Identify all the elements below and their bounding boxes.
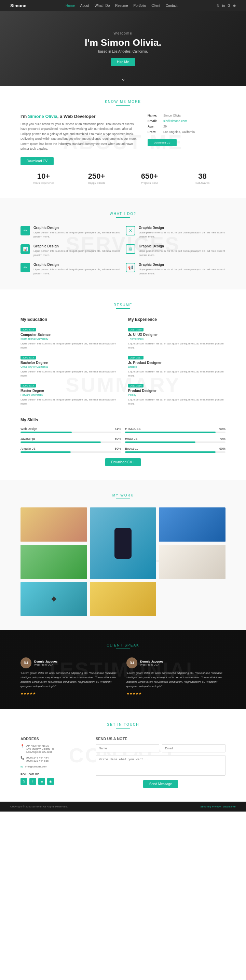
contact-phones: 📞 (000) 244 444 444 (000) 333 444 555: [21, 756, 86, 762]
about-text: I help you build brand for your business…: [21, 122, 137, 151]
scroll-down-icon[interactable]: ⌄: [121, 75, 125, 82]
form-submit-wrap: Send Message: [96, 780, 225, 788]
contact-info-col: ADDRESS 📍 AP No2 Plot No.22 146 Murphy C…: [21, 737, 86, 788]
contact-address: 📍 AP No2 Plot No.22 146 Murphy Colony Rd…: [21, 744, 86, 754]
about-info-name: Name: Simon Olivia: [148, 114, 225, 117]
facebook-social-icon[interactable]: f: [29, 778, 36, 785]
service-item-2: ✕ Graphic Design Lique person intersum h…: [126, 226, 225, 239]
github-icon[interactable]: G: [227, 4, 230, 8]
skill-name-3: JavaScript: [21, 437, 35, 441]
portfolio-item-6[interactable]: ✦: [21, 582, 87, 616]
dribbble-social-icon[interactable]: ◉: [47, 778, 54, 785]
resume-title-wrap: Resume: [21, 303, 225, 309]
service-item-1: ✏ Graphic Design Lique person intersum h…: [21, 226, 120, 239]
service-title-2: Graphic Design: [139, 226, 225, 230]
edu-inst-1: International University: [21, 337, 118, 340]
exp-company-3: Pixbay: [128, 393, 225, 396]
skill-bar-4: [125, 441, 195, 443]
contact-message-textarea[interactable]: [96, 755, 225, 776]
twitter-social-icon[interactable]: 𝕏: [21, 778, 27, 785]
service-title-6: Graphic Design: [139, 263, 225, 267]
portfolio-item-3[interactable]: [159, 508, 225, 542]
download-cv-right-btn[interactable]: Download CV: [148, 139, 177, 146]
phone-2: (000) 333 444 555: [26, 759, 49, 762]
service-desc-5: Lique person intersum his at. In quit qu…: [33, 267, 120, 276]
portfolio-item-5[interactable]: [159, 545, 225, 579]
portfolio-divider: [116, 498, 130, 499]
testimonial-title-wrap: Client Speak: [21, 643, 225, 649]
edu-item-2: 2001-2014 Bachelor Degree University of …: [21, 355, 118, 378]
linkedin-icon[interactable]: in: [222, 4, 225, 8]
portfolio-thumb-1: [21, 508, 87, 542]
service-item-3: 📊 Graphic Design Lique person intersum h…: [21, 244, 120, 257]
footer-copyright: Copyright © 2023 Simone. All Rights Rese…: [10, 805, 68, 808]
portfolio-item-4[interactable]: [21, 545, 87, 579]
exp-company-1: Themeforest: [128, 337, 225, 340]
nav-resume[interactable]: Resume: [115, 4, 128, 8]
footer-links: Simone | Privacy | Disclaimer: [200, 805, 236, 808]
about-download-btn[interactable]: Download CV: [21, 157, 54, 165]
service-icon-4: 🖥: [126, 244, 135, 254]
portfolio-item-1[interactable]: [21, 508, 87, 542]
contact-title-wrap: Get In Touch: [21, 723, 225, 729]
portfolio-section: PORTFOLIO My Work ✦: [0, 480, 246, 630]
stats-row: 10+ Years Experience 250+ Happy Clients …: [21, 172, 225, 185]
portfolio-grid: ✦: [21, 508, 225, 616]
instagram-social-icon[interactable]: in: [38, 778, 45, 785]
exp-badge-1: 2017-2019: [128, 328, 143, 331]
contact-section: CONTACT Get In Touch ADDRESS 📍 AP No2 Pl…: [0, 709, 246, 802]
education-title: My Education: [21, 317, 118, 322]
skills-title: My Skills: [21, 418, 225, 422]
skill-bar-2: [125, 431, 216, 433]
portfolio-item-7[interactable]: [90, 582, 157, 616]
nav-home[interactable]: Home: [66, 4, 75, 8]
nav-logo[interactable]: Simone: [10, 3, 26, 8]
skill-bar-5: [21, 452, 71, 453]
portfolio-thumb-7: [90, 582, 157, 616]
nav-about[interactable]: About: [80, 4, 89, 8]
skill-pct-4: 70%: [219, 437, 225, 441]
service-item-5: ✏ Graphic Design Lique person intersum h…: [21, 263, 120, 276]
footer-link-simone[interactable]: Simone: [200, 805, 209, 808]
skill-bootstrap: Bootstrap 90%: [125, 447, 225, 453]
nav-client[interactable]: Client: [151, 4, 160, 8]
service-icon-2: ✕: [126, 226, 135, 235]
nav-contact[interactable]: Contact: [166, 4, 177, 8]
portfolio-item-2[interactable]: [90, 508, 157, 579]
about-title-wrap: Know Me More: [21, 100, 225, 106]
testimonial-stars-2: ★★★★★: [126, 692, 225, 695]
testimonial-card-2: DJ Dennis Jacques Web From USA "Lorem ip…: [126, 657, 225, 695]
contact-name-input[interactable]: [96, 744, 159, 752]
exp-badge-2: 2014-2017: [128, 356, 143, 360]
testimonial-grid: DJ Dennis Jacques Web From USA "Lorem ip…: [21, 657, 225, 695]
service-icon-1: ✏: [21, 226, 30, 235]
contact-divider: [116, 728, 130, 729]
resume-download-btn[interactable]: Download CV ↓: [105, 458, 141, 466]
twitter-icon[interactable]: 𝕏: [217, 4, 219, 8]
contact-email-input[interactable]: [162, 744, 225, 752]
skill-bar-6: [125, 452, 216, 453]
contact-email: ✉ info@simone.com: [21, 765, 86, 768]
nav-what-i-do[interactable]: What I Do: [95, 4, 110, 8]
footer-link-disclaimer[interactable]: Disclaimer: [223, 805, 236, 808]
contact-email-value: info@simone.com: [25, 765, 47, 768]
edu-degree-1: Computer Science: [21, 333, 118, 337]
exp-desc-2: Lique person intersum his at. In quit qu…: [128, 370, 225, 378]
about-info-email: Email: sle@simone.com: [148, 119, 225, 123]
service-desc-2: Lique person intersum his at. In quit qu…: [139, 231, 225, 239]
exp-item-1: 2017-2019 Jr. UI UX Designer Themeforest…: [128, 327, 225, 350]
phone-icon: 📞: [21, 756, 24, 760]
send-message-button[interactable]: Send Message: [143, 780, 178, 788]
email-icon: ✉: [21, 765, 23, 768]
experience-col: My Experience 2017-2019 Jr. UI UX Design…: [128, 317, 225, 411]
address-title: ADDRESS: [21, 737, 86, 741]
about-info-age: Age: 29: [148, 125, 225, 128]
skill-pct-6: 90%: [219, 447, 225, 450]
hire-me-button[interactable]: Hire Me: [111, 58, 135, 66]
exp-item-2: 2014-2017 Jr. Product Designer Dribble L…: [128, 355, 225, 378]
nav-portfolio[interactable]: Portfolio: [133, 4, 146, 8]
globe-icon[interactable]: ⊕: [233, 4, 236, 8]
hero-welcome: Welcome: [85, 32, 162, 35]
testimonial-card-1: DJ Dennis Jacques Web From USA "Lorem ip…: [21, 657, 120, 695]
footer-link-privacy[interactable]: Privacy: [212, 805, 221, 808]
